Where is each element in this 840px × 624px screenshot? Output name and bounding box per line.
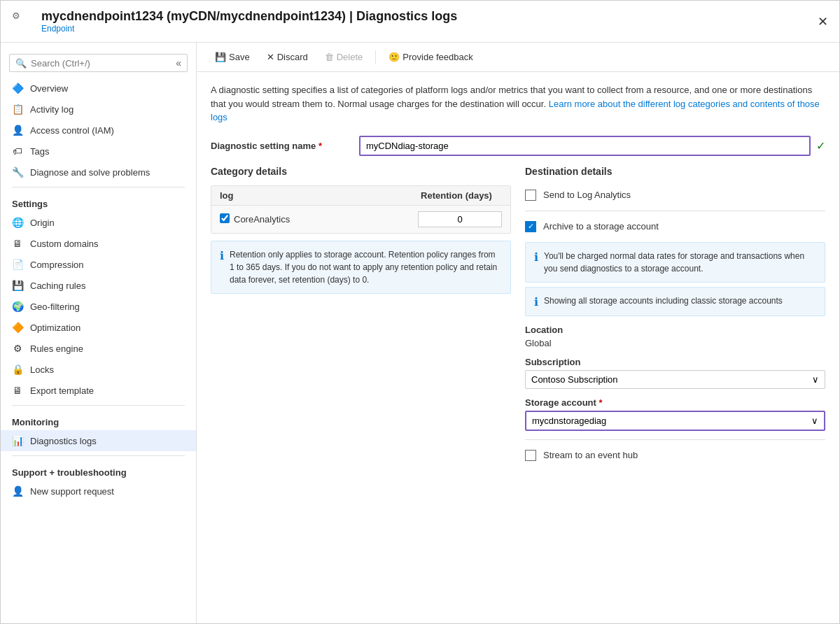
sidebar-item-rules-engine[interactable]: ⚙ Rules engine xyxy=(1,338,196,359)
sidebar-item-access-control[interactable]: 👤 Access control (IAM) xyxy=(1,120,196,141)
location-group: Location Global xyxy=(525,325,825,348)
sidebar-item-custom-domains[interactable]: 🖥 Custom domains xyxy=(1,233,196,254)
overview-icon: 🔷 xyxy=(12,83,23,94)
sidebar-item-caching-rules[interactable]: 💾 Caching rules xyxy=(1,275,196,296)
gear-icon: ⚙ xyxy=(12,10,34,33)
charge-info-box: ℹ You'll be charged normal data rates fo… xyxy=(525,242,825,283)
log-table-row: CoreAnalytics xyxy=(211,206,510,233)
export-icon: 🖥 xyxy=(12,385,23,396)
sidebar-item-diagnose[interactable]: 🔧 Diagnose and solve problems xyxy=(1,162,196,183)
log-col-name-header: log xyxy=(220,190,411,201)
diag-setting-input[interactable] xyxy=(359,136,811,156)
main-layout: 🔍 « 🔷 Overview 📋 Activity log 👤 Access c… xyxy=(1,43,839,623)
storage-accounts-info-box: ℹ Showing all storage accounts including… xyxy=(525,287,825,316)
support-section-label: Support + troubleshooting xyxy=(1,460,196,481)
category-details-col: Category details log Retention (days) Co xyxy=(211,166,511,465)
category-details-header: Category details xyxy=(211,166,511,177)
sidebar-label-diagnostics-logs: Diagnostics logs xyxy=(30,436,97,446)
subscription-select[interactable]: Contoso Subscription ∨ xyxy=(525,370,825,389)
sidebar-label-overview: Overview xyxy=(30,83,68,94)
sidebar-label-rules-engine: Rules engine xyxy=(30,343,83,354)
settings-section-label: Settings xyxy=(1,192,196,212)
log-analytics-checkbox[interactable] xyxy=(525,190,536,201)
save-icon: 💾 xyxy=(215,52,226,62)
discard-button[interactable]: ✕ Discard xyxy=(260,48,315,66)
collapse-icon[interactable]: « xyxy=(176,57,181,69)
event-hub-label: Stream to an event hub xyxy=(543,450,638,460)
feedback-icon: 🙂 xyxy=(388,52,400,62)
required-marker: * xyxy=(318,141,322,151)
storage-account-label: Storage account * xyxy=(525,397,825,408)
search-icon: 🔍 xyxy=(15,58,27,69)
sidebar-item-activity-log[interactable]: 📋 Activity log xyxy=(1,99,196,120)
endpoint-subtitle: Endpoint xyxy=(41,24,457,34)
storage-accounts-info-text: Showing all storage accounts including c… xyxy=(544,295,783,309)
compression-icon: 📄 xyxy=(12,259,23,270)
event-hub-option: Stream to an event hub xyxy=(525,446,825,465)
sidebar-item-geo-filtering[interactable]: 🌍 Geo-filtering xyxy=(1,296,196,317)
toolbar: 💾 Save ✕ Discard 🗑 Delete 🙂 Provide feed… xyxy=(197,43,839,72)
sidebar-item-new-support[interactable]: 👤 New support request xyxy=(1,481,196,502)
sidebar-item-overview[interactable]: 🔷 Overview xyxy=(1,78,196,99)
sidebar-label-custom-domains: Custom domains xyxy=(30,239,99,249)
origin-icon: 🌐 xyxy=(12,217,23,228)
optimization-icon: 🔶 xyxy=(12,322,23,333)
delete-button[interactable]: 🗑 Delete xyxy=(318,48,370,66)
location-value: Global xyxy=(525,338,825,348)
header-left: ⚙ mycdnendpoint1234 (myCDN/mycdnendpoint… xyxy=(12,9,457,34)
archive-storage-label: Archive to a storage account xyxy=(543,221,659,232)
sidebar-label-locks: Locks xyxy=(30,364,54,375)
search-input[interactable] xyxy=(31,58,157,69)
details-columns: Category details log Retention (days) Co xyxy=(211,166,825,465)
retention-days-input[interactable] xyxy=(418,211,502,227)
custom-domains-icon: 🖥 xyxy=(12,238,23,249)
diagnose-icon: 🔧 xyxy=(12,166,23,178)
discard-icon: ✕ xyxy=(267,52,274,62)
geo-icon: 🌍 xyxy=(12,301,23,312)
sidebar-item-optimization[interactable]: 🔶 Optimization xyxy=(1,317,196,338)
sidebar-label-geo-filtering: Geo-filtering xyxy=(30,302,80,312)
diag-setting-label: Diagnostic setting name * xyxy=(211,141,351,151)
sidebar-item-origin[interactable]: 🌐 Origin xyxy=(1,212,196,233)
sidebar-label-tags: Tags xyxy=(30,146,49,157)
sidebar-item-locks[interactable]: 🔒 Locks xyxy=(1,359,196,380)
save-button[interactable]: 💾 Save xyxy=(208,48,257,66)
storage-accounts-info-icon: ℹ xyxy=(534,295,538,309)
locks-icon: 🔒 xyxy=(12,364,23,375)
diag-setting-input-wrapper: ✓ xyxy=(359,136,825,156)
toolbar-separator xyxy=(375,50,376,64)
retention-info-text: Retention only applies to storage accoun… xyxy=(230,248,502,286)
sidebar-label-compression: Compression xyxy=(30,260,84,270)
destination-details-col: Destination details Send to Log Analytic… xyxy=(525,166,825,465)
iam-icon: 👤 xyxy=(12,125,23,136)
close-button[interactable]: ✕ xyxy=(818,14,828,29)
retention-input-wrapper xyxy=(418,211,502,227)
charge-info-icon: ℹ xyxy=(534,250,538,275)
subscription-label: Subscription xyxy=(525,357,825,367)
sidebar-label-diagnose: Diagnose and solve problems xyxy=(30,167,150,178)
core-analytics-checkbox[interactable] xyxy=(220,213,230,223)
sidebar-item-compression[interactable]: 📄 Compression xyxy=(1,254,196,275)
feedback-button[interactable]: 🙂 Provide feedback xyxy=(382,48,479,66)
diagnostics-logs-icon: 📊 xyxy=(12,435,23,446)
log-col-retention-header: Retention (days) xyxy=(411,190,502,201)
archive-storage-checkbox[interactable]: ✓ xyxy=(525,221,536,232)
event-hub-checkbox[interactable] xyxy=(525,450,536,461)
sidebar-item-export-template[interactable]: 🖥 Export template xyxy=(1,380,196,401)
log-table-header: log Retention (days) xyxy=(211,186,510,206)
sidebar-item-diagnostics-logs[interactable]: 📊 Diagnostics logs xyxy=(1,430,196,451)
sidebar: 🔍 « 🔷 Overview 📋 Activity log 👤 Access c… xyxy=(1,43,197,623)
storage-account-select[interactable]: mycdnstoragediag ∨ xyxy=(525,411,825,431)
log-table: log Retention (days) CoreAnalytics xyxy=(211,185,511,234)
storage-chevron-down-icon: ∨ xyxy=(811,416,818,426)
description-text: A diagnostic setting specifies a list of… xyxy=(211,83,825,125)
sidebar-label-origin: Origin xyxy=(30,218,55,228)
subscription-group: Subscription Contoso Subscription ∨ xyxy=(525,357,825,389)
rules-engine-icon: ⚙ xyxy=(12,343,23,354)
activity-log-icon: 📋 xyxy=(12,104,23,115)
sidebar-item-tags[interactable]: 🏷 Tags xyxy=(1,141,196,162)
storage-account-group: Storage account * mycdnstoragediag ∨ xyxy=(525,397,825,431)
search-box[interactable]: 🔍 « xyxy=(9,54,188,72)
sidebar-label-access-control: Access control (IAM) xyxy=(30,125,114,136)
log-analytics-label: Send to Log Analytics xyxy=(543,190,631,200)
